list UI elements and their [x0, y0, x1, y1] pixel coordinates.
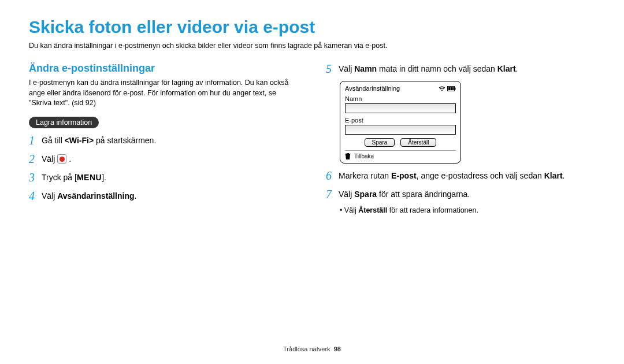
email-app-icon [57, 154, 66, 164]
step-2: 2 Välj . [29, 153, 298, 165]
menu-key: MENU [77, 173, 102, 182]
ss-save-button[interactable]: Spara [365, 138, 395, 147]
ss-back-label[interactable]: Tillbaka [354, 153, 374, 159]
svg-rect-1 [455, 87, 456, 90]
ss-name-input[interactable] [345, 103, 456, 113]
footer-page-number: 98 [334, 346, 341, 352]
step-5: 5 Välj Namn mata in ditt namn och välj s… [326, 62, 595, 75]
step-text: Välj Avsändarinställning. [42, 190, 136, 202]
step-7-bullet: Välj Återställ för att radera informatio… [340, 206, 595, 214]
ss-email-label: E-post [345, 117, 456, 124]
step-number: 6 [326, 169, 339, 182]
step-text: Tryck på [MENU]. [42, 171, 106, 184]
step-text: Markera rutan E-post, ange e-postadress … [339, 169, 564, 182]
wifi-icon [439, 86, 445, 91]
step-text: Gå till <Wi-Fi> på startskärmen. [42, 134, 156, 147]
step-number: 3 [29, 171, 42, 184]
step-7: 7 Välj Spara för att spara ändringarna. [326, 188, 595, 200]
step-number: 2 [29, 153, 42, 165]
step-number: 7 [326, 188, 339, 200]
step-1: 1 Gå till <Wi-Fi> på startskärmen. [29, 134, 298, 147]
svg-rect-3 [451, 87, 452, 90]
section-intro: I e-postmenyn kan du ändra inställningar… [29, 78, 298, 109]
footer-section: Trådlösa nätverk [283, 346, 330, 352]
two-column-layout: Ändra e-postinställningar I e-postmenyn … [29, 62, 595, 214]
ss-footer: Tillbaka [345, 150, 456, 159]
ss-name-label: Namn [345, 95, 456, 102]
step-text: Välj . [42, 153, 71, 165]
step-number: 5 [326, 62, 339, 75]
step-3: 3 Tryck på [MENU]. [29, 171, 298, 184]
section-heading: Ändra e-postinställningar [29, 62, 298, 75]
step-6: 6 Markera rutan E-post, ange e-postadres… [326, 169, 595, 182]
camera-ui-screenshot: Avsändarinställning Namn E-post Spara Åt… [340, 81, 461, 164]
left-column: Ändra e-postinställningar I e-postmenyn … [29, 62, 298, 214]
ss-reset-button[interactable]: Återställ [400, 138, 436, 147]
step-text: Välj Spara för att spara ändringarna. [339, 188, 470, 200]
svg-rect-4 [452, 87, 454, 90]
ss-title: Avsändarinställning [345, 85, 400, 92]
page-title: Skicka foton eller videor via e-post [29, 17, 595, 37]
svg-rect-2 [448, 87, 450, 90]
trash-icon [345, 153, 351, 159]
right-column: 5 Välj Namn mata in ditt namn och välj s… [326, 62, 595, 214]
step-number: 1 [29, 134, 42, 147]
page-intro: Du kan ändra inställningar i e-postmenyn… [29, 42, 595, 50]
step-text: Välj Namn mata in ditt namn och välj sed… [339, 62, 518, 75]
ss-email-input[interactable] [345, 125, 456, 135]
info-pill: Lagra information [29, 117, 99, 128]
battery-icon [447, 86, 456, 91]
page-footer: Trådlösa nätverk 98 [0, 346, 624, 352]
step-4: 4 Välj Avsändarinställning. [29, 190, 298, 202]
ss-header: Avsändarinställning [345, 85, 456, 93]
step-number: 4 [29, 190, 42, 202]
